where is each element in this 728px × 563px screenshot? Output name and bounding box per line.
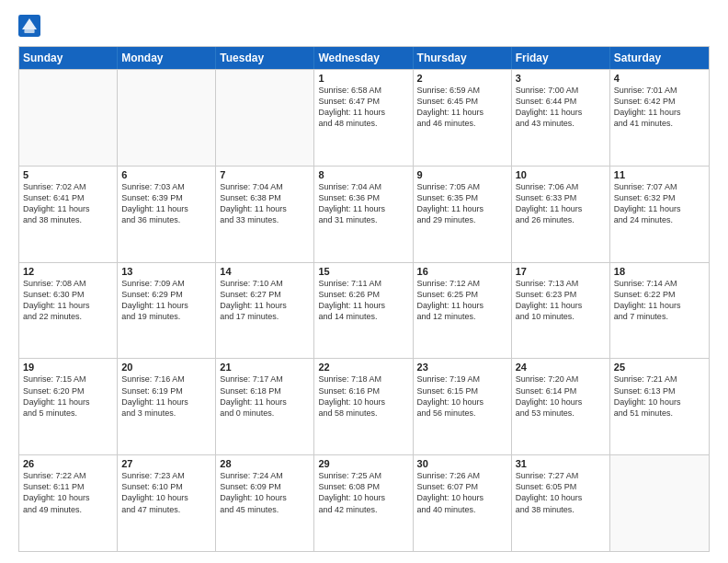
day-content: Sunrise: 7:23 AMSunset: 6:10 PMDaylight:…	[121, 470, 211, 515]
day-number: 4	[614, 73, 705, 84]
day-cell-23: 23Sunrise: 7:19 AMSunset: 6:15 PMDayligh…	[414, 359, 512, 454]
calendar-header: SundayMondayTuesdayWednesdayThursdayFrid…	[19, 47, 709, 69]
page-container: SundayMondayTuesdayWednesdayThursdayFrid…	[0, 0, 728, 563]
calendar-row-3: 12Sunrise: 7:08 AMSunset: 6:30 PMDayligh…	[19, 262, 709, 359]
calendar-row-4: 19Sunrise: 7:15 AMSunset: 6:20 PMDayligh…	[19, 358, 709, 454]
day-number: 7	[220, 169, 310, 180]
day-cell-20: 20Sunrise: 7:16 AMSunset: 6:19 PMDayligh…	[118, 359, 216, 454]
day-number: 1	[318, 73, 408, 84]
day-cell-5: 5Sunrise: 7:02 AMSunset: 6:41 PMDaylight…	[19, 167, 118, 262]
day-content: Sunrise: 7:00 AMSunset: 6:44 PMDaylight:…	[516, 85, 606, 130]
day-cell-19: 19Sunrise: 7:15 AMSunset: 6:20 PMDayligh…	[19, 359, 118, 454]
day-content: Sunrise: 7:09 AMSunset: 6:29 PMDaylight:…	[121, 278, 211, 323]
day-number: 13	[121, 266, 211, 277]
day-cell-12: 12Sunrise: 7:08 AMSunset: 6:30 PMDayligh…	[19, 263, 118, 359]
header-day-wednesday: Wednesday	[314, 47, 413, 69]
day-number: 15	[318, 266, 408, 277]
calendar: SundayMondayTuesdayWednesdayThursdayFrid…	[18, 46, 710, 552]
day-number: 25	[614, 362, 705, 373]
day-cell-21: 21Sunrise: 7:17 AMSunset: 6:18 PMDayligh…	[216, 359, 314, 454]
day-cell-2: 2Sunrise: 6:59 AMSunset: 6:45 PMDaylight…	[414, 70, 512, 166]
day-content: Sunrise: 7:14 AMSunset: 6:22 PMDaylight:…	[614, 278, 705, 323]
day-number: 3	[516, 73, 606, 84]
calendar-row-1: 1Sunrise: 6:58 AMSunset: 6:47 PMDaylight…	[19, 69, 709, 166]
day-content: Sunrise: 7:19 AMSunset: 6:15 PMDaylight:…	[417, 373, 507, 419]
day-content: Sunrise: 6:59 AMSunset: 6:45 PMDaylight:…	[417, 85, 507, 130]
day-cell-9: 9Sunrise: 7:05 AMSunset: 6:35 PMDaylight…	[414, 167, 512, 262]
day-cell-26: 26Sunrise: 7:22 AMSunset: 6:11 PMDayligh…	[19, 455, 118, 551]
day-cell-11: 11Sunrise: 7:07 AMSunset: 6:32 PMDayligh…	[610, 167, 709, 262]
day-cell-29: 29Sunrise: 7:25 AMSunset: 6:08 PMDayligh…	[314, 455, 413, 551]
day-number: 2	[417, 73, 507, 84]
day-number: 12	[23, 266, 113, 277]
day-number: 27	[121, 458, 211, 469]
calendar-row-5: 26Sunrise: 7:22 AMSunset: 6:11 PMDayligh…	[19, 454, 709, 551]
day-number: 28	[220, 458, 310, 469]
day-content: Sunrise: 7:17 AMSunset: 6:18 PMDaylight:…	[220, 373, 310, 419]
day-content: Sunrise: 7:22 AMSunset: 6:11 PMDaylight:…	[23, 470, 113, 515]
day-cell-7: 7Sunrise: 7:04 AMSunset: 6:38 PMDaylight…	[216, 167, 314, 262]
day-number: 17	[516, 266, 606, 277]
empty-cell	[216, 70, 314, 166]
day-cell-18: 18Sunrise: 7:14 AMSunset: 6:22 PMDayligh…	[610, 263, 709, 359]
day-content: Sunrise: 7:21 AMSunset: 6:13 PMDaylight:…	[614, 373, 705, 419]
day-cell-28: 28Sunrise: 7:24 AMSunset: 6:09 PMDayligh…	[216, 455, 314, 551]
header-day-saturday: Saturday	[610, 47, 709, 69]
day-content: Sunrise: 7:20 AMSunset: 6:14 PMDaylight:…	[516, 373, 606, 419]
day-number: 16	[417, 266, 507, 277]
day-cell-1: 1Sunrise: 6:58 AMSunset: 6:47 PMDaylight…	[314, 70, 413, 166]
day-content: Sunrise: 7:25 AMSunset: 6:08 PMDaylight:…	[318, 470, 408, 515]
day-number: 11	[614, 169, 705, 180]
day-content: Sunrise: 7:02 AMSunset: 6:41 PMDaylight:…	[23, 181, 113, 226]
svg-rect-2	[24, 29, 34, 33]
day-content: Sunrise: 7:11 AMSunset: 6:26 PMDaylight:…	[318, 278, 408, 323]
header-day-monday: Monday	[118, 47, 216, 69]
day-cell-15: 15Sunrise: 7:11 AMSunset: 6:26 PMDayligh…	[314, 263, 413, 359]
day-content: Sunrise: 7:08 AMSunset: 6:30 PMDaylight:…	[23, 278, 113, 323]
day-content: Sunrise: 7:16 AMSunset: 6:19 PMDaylight:…	[121, 373, 211, 419]
day-cell-14: 14Sunrise: 7:10 AMSunset: 6:27 PMDayligh…	[216, 263, 314, 359]
day-content: Sunrise: 7:06 AMSunset: 6:33 PMDaylight:…	[516, 181, 606, 226]
empty-cell	[19, 70, 118, 166]
empty-cell	[118, 70, 216, 166]
day-cell-25: 25Sunrise: 7:21 AMSunset: 6:13 PMDayligh…	[610, 359, 709, 454]
day-content: Sunrise: 7:15 AMSunset: 6:20 PMDaylight:…	[23, 373, 113, 419]
day-content: Sunrise: 7:03 AMSunset: 6:39 PMDaylight:…	[121, 181, 211, 226]
day-number: 26	[23, 458, 113, 469]
day-content: Sunrise: 7:24 AMSunset: 6:09 PMDaylight:…	[220, 470, 310, 515]
day-number: 18	[614, 266, 705, 277]
day-cell-30: 30Sunrise: 7:26 AMSunset: 6:07 PMDayligh…	[414, 455, 512, 551]
day-content: Sunrise: 7:04 AMSunset: 6:38 PMDaylight:…	[220, 181, 310, 226]
day-number: 30	[417, 458, 507, 469]
day-number: 22	[318, 362, 408, 373]
day-number: 20	[121, 362, 211, 373]
day-cell-24: 24Sunrise: 7:20 AMSunset: 6:14 PMDayligh…	[512, 359, 610, 454]
logo-icon	[18, 15, 40, 37]
day-content: Sunrise: 7:10 AMSunset: 6:27 PMDaylight:…	[220, 278, 310, 323]
logo	[18, 15, 44, 37]
header-day-friday: Friday	[512, 47, 610, 69]
day-content: Sunrise: 7:26 AMSunset: 6:07 PMDaylight:…	[417, 470, 507, 515]
header	[18, 15, 710, 37]
day-content: Sunrise: 7:07 AMSunset: 6:32 PMDaylight:…	[614, 181, 705, 226]
day-content: Sunrise: 7:12 AMSunset: 6:25 PMDaylight:…	[417, 278, 507, 323]
day-number: 8	[318, 169, 408, 180]
day-cell-6: 6Sunrise: 7:03 AMSunset: 6:39 PMDaylight…	[118, 167, 216, 262]
empty-cell	[610, 455, 709, 551]
day-number: 14	[220, 266, 310, 277]
day-number: 24	[516, 362, 606, 373]
day-number: 9	[417, 169, 507, 180]
day-number: 6	[121, 169, 211, 180]
day-cell-8: 8Sunrise: 7:04 AMSunset: 6:36 PMDaylight…	[314, 167, 413, 262]
day-number: 10	[516, 169, 606, 180]
day-number: 21	[220, 362, 310, 373]
day-number: 23	[417, 362, 507, 373]
day-cell-13: 13Sunrise: 7:09 AMSunset: 6:29 PMDayligh…	[118, 263, 216, 359]
day-cell-17: 17Sunrise: 7:13 AMSunset: 6:23 PMDayligh…	[512, 263, 610, 359]
day-cell-22: 22Sunrise: 7:18 AMSunset: 6:16 PMDayligh…	[314, 359, 413, 454]
day-number: 19	[23, 362, 113, 373]
day-number: 5	[23, 169, 113, 180]
day-cell-27: 27Sunrise: 7:23 AMSunset: 6:10 PMDayligh…	[118, 455, 216, 551]
day-content: Sunrise: 7:05 AMSunset: 6:35 PMDaylight:…	[417, 181, 507, 226]
day-cell-16: 16Sunrise: 7:12 AMSunset: 6:25 PMDayligh…	[414, 263, 512, 359]
